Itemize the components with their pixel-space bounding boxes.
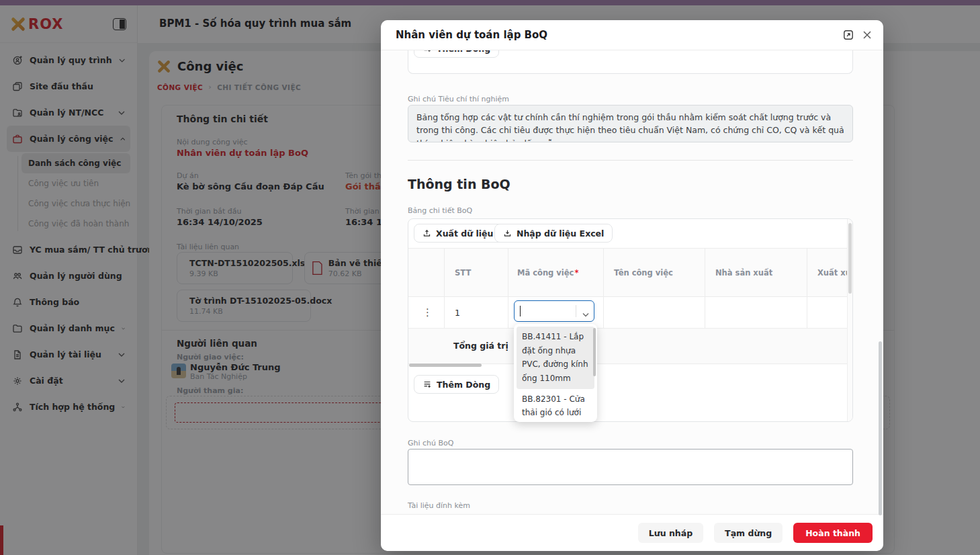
complete-button[interactable]: Hoàn thành <box>793 523 873 543</box>
import-icon <box>503 229 512 238</box>
boq-table-label: Bảng chi tiết BoQ <box>408 206 472 215</box>
attach-label: Tài liệu đính kèm <box>408 501 470 510</box>
boq-note-label: Ghi chú BoQ <box>408 439 453 447</box>
boq-note-textarea[interactable] <box>408 449 853 485</box>
horizontal-scrollbar-thumb[interactable] <box>409 364 482 367</box>
close-icon[interactable] <box>862 30 873 42</box>
modal-scrollbar-thumb[interactable] <box>879 341 882 515</box>
divider <box>408 160 853 161</box>
table-scrollbar-thumb[interactable] <box>848 223 852 294</box>
dropdown-option[interactable]: BB.41411 - Lắp đặt ống nhựa PVC, đường k… <box>517 327 594 389</box>
import-excel-button[interactable]: Nhập dữ liệu Excel <box>494 224 613 243</box>
col-ten-cong-viec: Tên công việc <box>614 268 673 278</box>
criteria-note-textarea[interactable]: Bảng tổng hợp các vật tư chính cần thí n… <box>408 105 853 142</box>
modal-title: Nhân viên dự toán lập BoQ <box>396 29 547 41</box>
modal-footer: Lưu nháp Tạm dừng Hoàn thành <box>381 514 883 551</box>
criteria-note-label: Ghi chú Tiêu chí thí nghiệm <box>408 95 509 103</box>
dropdown-scrollbar-thumb[interactable] <box>593 328 596 376</box>
export-icon <box>422 229 431 238</box>
col-nha-san-xuat: Nhà sản xuất <box>715 268 772 278</box>
boq-section-title: Thông tin BoQ <box>408 177 510 191</box>
expand-icon[interactable] <box>843 30 854 42</box>
col-xuat-xu: Xuất xứ <box>817 268 851 278</box>
row-drag-handle[interactable]: ⋮ <box>422 306 433 318</box>
chevron-down-icon <box>582 309 589 319</box>
criteria-table-bottom: Thêm Dòng <box>408 50 853 74</box>
ma-cong-viec-dropdown: BB.41411 - Lắp đặt ống nhựa PVC, đường k… <box>514 324 597 422</box>
save-draft-button[interactable]: Lưu nháp <box>638 523 703 543</box>
add-row-button[interactable]: Thêm Dòng <box>414 50 499 58</box>
add-row-button[interactable]: Thêm Dòng <box>414 375 499 394</box>
row1-stt: 1 <box>455 308 460 318</box>
boq-table: Xuất dữ liệu Excel Nhập dữ liệu Excel ST… <box>408 218 853 422</box>
table-scrollbar-track <box>847 219 852 421</box>
dropdown-option[interactable]: BB.82301 - Cửa thải gió có lưới chắn côn… <box>517 389 594 423</box>
col-ma-cong-viec: Mã công việc* <box>517 268 578 278</box>
ma-cong-viec-select[interactable] <box>514 300 594 322</box>
boq-modal: Nhân viên dự toán lập BoQ Thêm Dòng Ghi … <box>381 20 883 551</box>
add-row-icon <box>422 380 432 389</box>
modal-body: Thêm Dòng Ghi chú Tiêu chí thí nghiệm Bả… <box>381 50 883 514</box>
text-caret <box>520 306 521 316</box>
browser-accent-bar <box>0 0 980 5</box>
pause-button[interactable]: Tạm dừng <box>714 523 783 543</box>
modal-header: Nhân viên dự toán lập BoQ <box>381 20 883 50</box>
col-stt: STT <box>455 268 471 278</box>
add-row-icon <box>422 50 432 53</box>
total-label: Tổng giá trị <box>453 341 508 351</box>
